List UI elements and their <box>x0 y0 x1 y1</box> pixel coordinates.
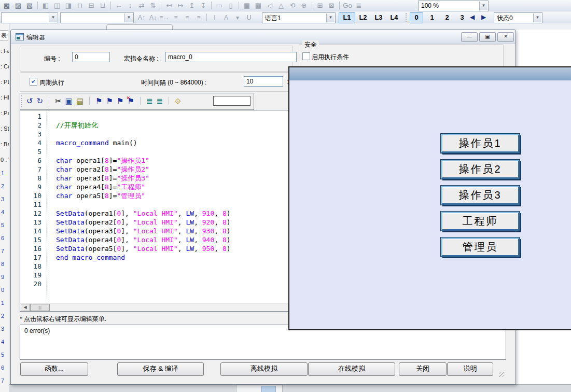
undo-icon[interactable]: ↺ <box>26 96 33 106</box>
align-right-icon[interactable]: ◨ <box>63 2 74 9</box>
layer-button-l1[interactable]: L1 <box>339 12 355 23</box>
italic-icon[interactable]: I <box>209 14 220 21</box>
tree-item[interactable]: : HM <box>1 94 9 101</box>
underline-icon[interactable]: U <box>243 14 255 21</box>
nudge-up-icon[interactable]: ↥ <box>186 2 198 9</box>
chevron-down-icon[interactable]: ▼ <box>49 13 57 22</box>
tree-item[interactable]: : St <box>1 125 9 132</box>
copy-icon[interactable]: ▣ <box>65 96 73 106</box>
tree-window-item[interactable]: 6 <box>1 235 4 241</box>
nudge-down-icon[interactable]: ↧ <box>198 2 209 9</box>
tree-item[interactable]: : PL <box>1 79 9 85</box>
tree-item[interactable]: : Ba <box>1 141 9 147</box>
state-button-3[interactable]: 3 <box>456 12 468 22</box>
sidebar-tab-table[interactable]: 表 <box>0 30 8 40</box>
find-keyword-icon[interactable]: ⟐ <box>175 96 181 106</box>
same-width-icon[interactable]: ▭ <box>214 2 225 9</box>
macro-name-input[interactable] <box>165 52 297 62</box>
font-color-icon[interactable]: A <box>220 14 232 21</box>
scrollbar-thumb[interactable] <box>30 304 50 311</box>
close-dialog-button[interactable]: 关闭 <box>399 362 447 376</box>
font-name-select[interactable]: ▼ <box>1 12 58 23</box>
layer-button-l2[interactable]: L2 <box>355 12 371 22</box>
fill-style-medium-icon[interactable]: ▨ <box>12 2 24 9</box>
tree-window-item[interactable]: 1 <box>1 170 4 176</box>
chevron-down-icon[interactable]: ▼ <box>533 13 541 22</box>
tree-window-item[interactable]: 3 <box>1 196 4 202</box>
tree-window-item[interactable]: 8 <box>1 261 4 267</box>
offline-simulation-button[interactable]: 离线模拟 <box>220 362 308 376</box>
distribute-horizontal-icon[interactable]: ↔ <box>113 2 124 9</box>
chevron-down-icon[interactable]: ▼ <box>479 2 488 10</box>
tree-window-item[interactable]: 5 <box>1 352 4 358</box>
paste-icon[interactable]: ▤ <box>76 96 83 106</box>
language-select[interactable]: 语言1 ▼ <box>262 12 336 23</box>
nudge-left-icon[interactable]: ↤ <box>163 2 175 9</box>
save-compile-button[interactable]: 保存 & 编译 <box>117 362 204 376</box>
distribute-vertical-icon[interactable]: ↕ <box>124 2 136 9</box>
tree-item[interactable]: : Co <box>1 63 9 69</box>
ungroup-icon[interactable]: ▤ <box>253 2 264 9</box>
scroll-left-icon[interactable]: ◀ <box>21 304 30 311</box>
layout-cells-icon[interactable]: ⊠ <box>326 2 337 9</box>
close-button[interactable]: × <box>497 32 514 42</box>
functions-button[interactable]: 函数... <box>20 362 88 376</box>
align-text-right-icon[interactable]: ≡ <box>193 14 204 21</box>
state-button-0[interactable]: 0 <box>410 12 423 23</box>
tree-window-item[interactable]: 7 <box>1 377 4 384</box>
horizontal-scrollbar[interactable] <box>236 385 283 392</box>
tree-window-item[interactable]: 4 <box>1 209 4 215</box>
tree-window-item[interactable]: 3 <box>1 326 4 332</box>
state-button-2[interactable]: 2 <box>441 12 453 22</box>
same-height-icon[interactable]: ▯ <box>225 2 236 9</box>
fill-style-dark-icon[interactable]: ▩ <box>1 2 12 9</box>
macro-id-input[interactable] <box>72 52 110 62</box>
font-size-select[interactable]: ▼ <box>60 12 134 23</box>
dialog-titlebar[interactable]: 编辑器 — ▣ × <box>11 30 516 44</box>
bookmark-clear-icon[interactable]: ⚑ <box>127 96 134 106</box>
state-button-1[interactable]: 1 <box>426 12 438 22</box>
layer-button-l4[interactable]: L4 <box>386 12 402 22</box>
minimize-button[interactable]: — <box>461 32 478 42</box>
nudge-right-icon[interactable]: ↦ <box>175 2 186 9</box>
next-state-icon[interactable]: ▶ <box>481 13 486 21</box>
tree-window-item[interactable]: 0 <box>1 287 4 293</box>
previous-state-icon[interactable]: ◀ <box>470 13 475 21</box>
tree-window-item[interactable]: 7 <box>1 248 4 254</box>
interval-input[interactable] <box>244 76 283 87</box>
tree-window-item[interactable]: 6 <box>1 365 4 371</box>
state-select[interactable]: 状态0 ▼ <box>494 12 542 23</box>
align-text-center-icon[interactable]: ≡ <box>182 14 193 21</box>
color-dropdown-icon[interactable]: ▾ <box>232 14 243 21</box>
tree-window-item[interactable]: 1 <box>1 300 4 306</box>
tree-item[interactable]: : Pa <box>1 110 9 116</box>
layer-button-l3[interactable]: L3 <box>371 12 386 22</box>
font-increase-icon[interactable]: A↑ <box>136 14 147 21</box>
tree-window-item[interactable]: 5 <box>1 222 4 228</box>
layout-grid-icon[interactable]: ⊞ <box>314 2 326 9</box>
cut-icon[interactable]: ✂ <box>55 96 62 106</box>
tree-window-item[interactable]: 2 <box>1 183 4 189</box>
hmi-button-5[interactable]: 管理员 <box>441 237 520 257</box>
chevron-down-icon[interactable]: ▼ <box>124 13 133 22</box>
hmi-button-3[interactable]: 操作员3 <box>441 186 520 205</box>
align-text-left-icon[interactable]: ≡ <box>170 14 182 21</box>
bookmark-toggle-icon[interactable]: ⚑ <box>95 96 102 106</box>
flip-horizontal-icon[interactable]: ◁ <box>264 2 275 9</box>
bookmark-prev-icon[interactable]: ⚑ <box>117 96 123 106</box>
group-icon[interactable]: ▦ <box>241 2 253 9</box>
scrollbar-thumb[interactable] <box>261 386 276 392</box>
space-equal-vertical-icon[interactable]: ⇅ <box>147 2 159 9</box>
outdent-icon[interactable]: ≣ <box>157 96 163 106</box>
hmi-window-titlebar[interactable] <box>289 67 571 80</box>
align-top-icon[interactable]: ⊓ <box>74 2 86 9</box>
line-spacing-icon[interactable]: ≣ <box>353 2 365 9</box>
tree-item[interactable]: 0 : V <box>1 157 9 163</box>
periodic-checkbox[interactable]: ✔ <box>30 78 37 86</box>
align-left-icon[interactable]: ◧ <box>40 2 51 9</box>
pin-icon[interactable]: ⊕ <box>298 2 310 9</box>
hmi-button-4[interactable]: 工程师 <box>441 212 520 231</box>
resize-grip[interactable] <box>499 372 504 377</box>
space-equal-horizontal-icon[interactable]: ⇄ <box>136 2 147 9</box>
fill-style-light-icon[interactable]: ▧ <box>24 2 35 9</box>
